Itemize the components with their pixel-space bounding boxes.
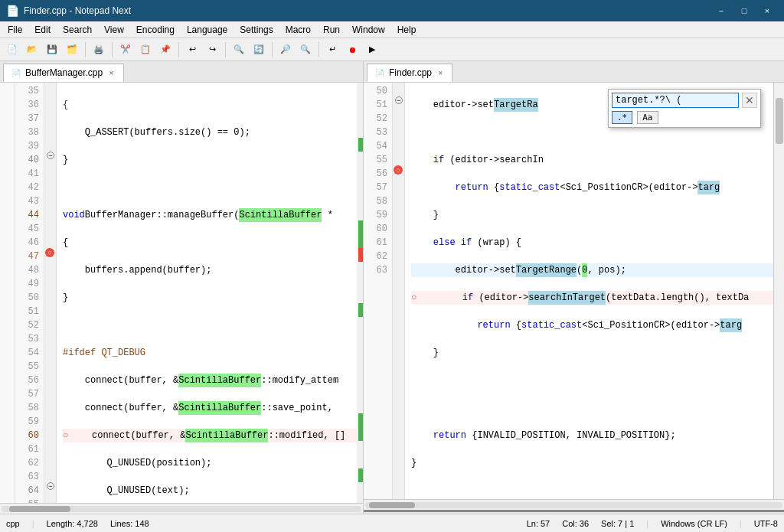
left-margin-indicators: [357, 83, 363, 503]
panes-container: 📄 BufferManager.cpp × 35363738 394041424…: [0, 61, 784, 514]
redo-btn[interactable]: ↪: [203, 41, 221, 59]
right-top-v-scroll[interactable]: [773, 83, 784, 499]
save-btn[interactable]: 💾: [43, 41, 61, 59]
tab-label-buffermanager: BufferManager.cpp: [25, 67, 103, 78]
menu-bar: File Edit Search View Encoding Language …: [0, 21, 784, 38]
maximize-button[interactable]: □: [733, 2, 755, 19]
zoom-in-btn[interactable]: 🔎: [276, 41, 295, 59]
menu-run[interactable]: Run: [317, 21, 346, 38]
code-line-36: Q_ASSERT(buffers.size() == 0);: [63, 126, 357, 139]
menu-encoding[interactable]: Encoding: [130, 21, 181, 38]
search-options: .* Aa: [612, 111, 757, 124]
menu-window[interactable]: Window: [346, 21, 391, 38]
menu-file[interactable]: File: [2, 21, 28, 38]
rt-code-line-57: ○ if (editor->searchInTarget(textData.le…: [411, 291, 778, 305]
toolbar-sep-2: [112, 42, 113, 57]
find-btn[interactable]: 🔍: [230, 41, 248, 59]
tab-buffermanager[interactable]: 📄 BufferManager.cpp ×: [3, 64, 124, 82]
status-encoding: UTF-8: [754, 519, 778, 528]
status-filetype: cpp: [6, 519, 20, 528]
open-btn[interactable]: 📂: [23, 41, 41, 59]
cut-btn[interactable]: ✂️: [116, 41, 135, 59]
case-button[interactable]: Aa: [637, 111, 658, 124]
tab-close-finder[interactable]: ×: [436, 68, 444, 77]
menu-edit[interactable]: Edit: [28, 21, 57, 38]
title-bar: 📄 Finder.cpp - Notepad Next − □ ×: [0, 0, 784, 21]
left-pane: 📄 BufferManager.cpp × 35363738 394041424…: [0, 61, 364, 514]
code-line-47: ○ connect(buffer, &ScintillaBuffer::modi…: [63, 429, 357, 442]
toolbar-sep-5: [272, 42, 273, 57]
rt-code-line-62: return {INVALID_POSITION, INVALID_POSITI…: [411, 429, 778, 442]
right-bottom-pane: 📄 DockedEditor.cpp × 6061626364 65666768…: [364, 512, 784, 514]
search-input[interactable]: [612, 93, 739, 108]
right-top-code-content[interactable]: editor->setTargetRa if (editor->searchIn…: [405, 83, 778, 499]
tab-label-finder: Finder.cpp: [389, 67, 432, 78]
tab-finder[interactable]: 📄 Finder.cpp ×: [367, 64, 452, 82]
left-editor[interactable]: 35363738 3940414243 444546 47 4849505152…: [0, 83, 363, 503]
replace-btn[interactable]: 🔄: [250, 41, 268, 59]
left-h-scroll[interactable]: [0, 503, 363, 514]
left-line-numbers: 35363738 3940414243 444546 47 4849505152…: [15, 83, 44, 503]
new-btn[interactable]: 📄: [3, 41, 21, 59]
tab-close-buffermanager[interactable]: ×: [107, 68, 115, 77]
save-all-btn[interactable]: 🗂️: [63, 41, 81, 59]
right-top-tab-bar: 📄 Finder.cpp ×: [364, 61, 784, 83]
minimize-button[interactable]: −: [710, 2, 732, 19]
toolbar-sep-6: [318, 42, 319, 57]
print-btn[interactable]: 🖨️: [90, 41, 108, 59]
rt-code-line-61: [411, 401, 778, 415]
rt-code-line-55: else if (wrap) {: [411, 236, 778, 250]
right-top-editor[interactable]: ✕ .* Aa 5051525354 5556575859 60616263 ○: [364, 83, 784, 499]
paste-btn[interactable]: 📌: [156, 41, 175, 59]
search-close-button[interactable]: ✕: [742, 93, 757, 108]
tab-icon-buffermanager: 📄: [11, 69, 21, 77]
status-line-ending: Windows (CR LF): [661, 519, 727, 528]
zoom-out-btn[interactable]: 🔍: [296, 41, 315, 59]
status-lines: Lines: 148: [110, 519, 149, 528]
right-top-line-numbers: 5051525354 5556575859 60616263: [364, 83, 393, 499]
toolbar-sep-4: [225, 42, 226, 57]
right-top-pane: 📄 Finder.cpp × ✕ .*: [364, 61, 784, 512]
status-sep-4: |: [740, 519, 742, 528]
status-sep-3: |: [646, 519, 648, 528]
copy-btn[interactable]: 📋: [136, 41, 155, 59]
code-line-48: Q_UNUSED(position);: [63, 456, 357, 470]
status-bar: cpp | Length: 4,728 Lines: 148 Ln: 57 Co…: [0, 514, 784, 532]
code-line-42: }: [63, 291, 357, 305]
menu-settings[interactable]: Settings: [234, 21, 279, 38]
code-line-37: }: [63, 153, 357, 167]
title-bar-left: 📄 Finder.cpp - Notepad Next: [6, 5, 131, 17]
search-input-row: ✕: [612, 93, 757, 108]
status-length: Length: 4,728: [47, 519, 98, 528]
code-line-44: #ifdef QT_DEBUG: [63, 346, 357, 360]
status-sel: Sel: 7 | 1: [601, 519, 634, 528]
record-btn[interactable]: ⏺: [343, 41, 361, 59]
menu-view[interactable]: View: [98, 21, 130, 38]
play-btn[interactable]: ▶: [363, 41, 381, 59]
menu-macro[interactable]: Macro: [279, 21, 317, 38]
status-sep-1: |: [32, 519, 34, 528]
right-pane: 📄 Finder.cpp × ✕ .*: [364, 61, 784, 514]
menu-language[interactable]: Language: [181, 21, 234, 38]
regex-button[interactable]: .*: [612, 111, 632, 124]
rt-code-line-53: return {static_cast<Sci_PositionCR>(edit…: [411, 181, 778, 194]
toolbar: 📄 📂 💾 🗂️ 🖨️ ✂️ 📋 📌 ↩ ↪ 🔍 🔄 🔎 🔍 ↵ ⏺ ▶: [0, 38, 784, 61]
menu-search[interactable]: Search: [57, 21, 98, 38]
right-top-h-scroll[interactable]: [364, 499, 784, 510]
wrap-btn[interactable]: ↵: [323, 41, 341, 59]
rt-code-line-59: }: [411, 346, 778, 360]
left-code-content[interactable]: { Q_ASSERT(buffers.size() == 0); } void …: [57, 83, 357, 503]
close-button[interactable]: ×: [756, 2, 778, 19]
right-bottom-tab-bar: 📄 DockedEditor.cpp ×: [364, 512, 784, 514]
undo-btn[interactable]: ↩: [183, 41, 201, 59]
code-line-40: {: [63, 236, 357, 250]
app-icon: 📄: [6, 5, 19, 17]
code-line-41: buffers.append(buffer);: [63, 263, 357, 277]
menu-help[interactable]: Help: [391, 21, 423, 38]
code-line-45: connect(buffer, &ScintillaBuffer::modify…: [63, 374, 357, 387]
code-line-46: connect(buffer, &ScintillaBuffer::save_p…: [63, 401, 357, 415]
right-top-fold-gutter: ○ −: [393, 83, 405, 499]
code-line-38: [63, 181, 357, 194]
rt-code-line-63: }: [411, 456, 778, 470]
code-line-43: [63, 318, 357, 332]
